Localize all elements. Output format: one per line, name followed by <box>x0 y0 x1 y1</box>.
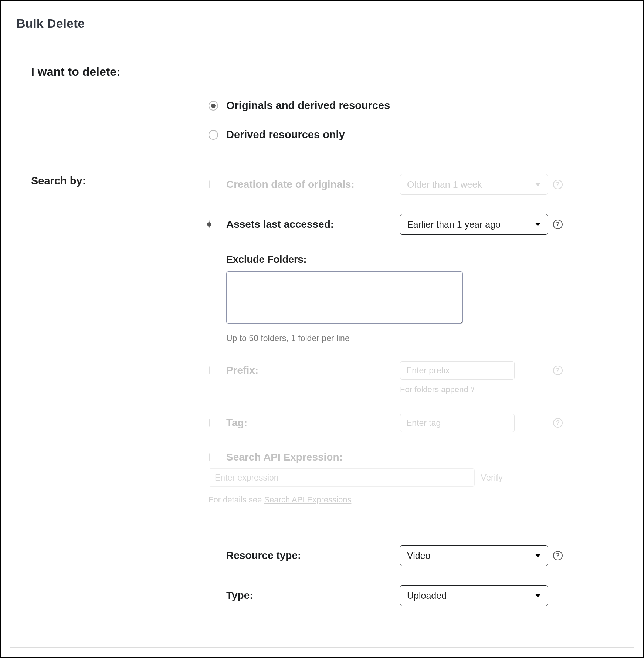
exclude-folders-block: Exclude Folders: Up to 50 folders, 1 fol… <box>209 254 613 343</box>
exclude-folders-label: Exclude Folders: <box>226 254 613 265</box>
exclude-folders-textarea[interactable] <box>226 271 463 324</box>
select-value: Older than 1 week <box>407 179 482 190</box>
search-option-creation-date[interactable]: Creation date of originals: Older than 1… <box>209 174 613 195</box>
radio-icon <box>209 130 218 140</box>
radio-label: Assets last accessed: <box>226 218 334 230</box>
radio-icon <box>209 180 210 188</box>
radio-label: Tag: <box>226 417 247 428</box>
search-by-label: Search by: <box>31 175 86 187</box>
expression-input-row: Verify <box>209 468 613 487</box>
type-row: Type: Uploaded <box>209 585 613 606</box>
dialog-footer: Next <box>1 648 643 658</box>
radio-icon <box>209 453 210 461</box>
select-value: Uploaded <box>407 590 447 601</box>
prefix-input[interactable] <box>400 361 515 380</box>
select-value: Earlier than 1 year ago <box>407 219 501 230</box>
radio-label: Derived resources only <box>226 129 345 141</box>
delete-option-originals-derived[interactable]: Originals and derived resources <box>209 99 613 112</box>
prefix-hint: For folders append '/' <box>400 385 613 394</box>
radio-icon <box>209 366 210 374</box>
delete-heading: I want to delete: <box>31 65 613 79</box>
resource-type-row: Resource type: Video ? <box>209 545 613 566</box>
radio-label: Creation date of originals: <box>226 179 355 190</box>
search-option-prefix[interactable]: Prefix: ? <box>209 361 613 380</box>
dialog-title: Bulk Delete <box>16 16 628 31</box>
chevron-down-icon <box>535 223 541 226</box>
delete-option-derived-only[interactable]: Derived resources only <box>209 129 613 141</box>
help-icon[interactable]: ? <box>553 180 563 189</box>
help-icon[interactable]: ? <box>553 220 563 229</box>
tag-input[interactable] <box>400 414 515 432</box>
resource-type-label: Resource type: <box>226 550 301 561</box>
help-icon[interactable]: ? <box>553 418 563 428</box>
expression-details: For details see Search API Expressions <box>209 495 613 505</box>
type-select[interactable]: Uploaded <box>400 585 548 606</box>
verify-link[interactable]: Verify <box>481 472 503 483</box>
chevron-down-icon <box>535 554 541 557</box>
type-label: Type: <box>226 590 253 601</box>
select-value: Video <box>407 550 431 561</box>
assets-last-accessed-select[interactable]: Earlier than 1 year ago <box>400 214 548 235</box>
search-option-assets-last-accessed[interactable]: Assets last accessed: Earlier than 1 yea… <box>209 214 613 235</box>
dialog-content: I want to delete: Originals and derived … <box>1 44 643 625</box>
resource-type-select[interactable]: Video <box>400 545 548 566</box>
radio-label: Originals and derived resources <box>226 99 390 112</box>
exclude-folders-hint: Up to 50 folders, 1 folder per line <box>226 333 613 343</box>
expression-input[interactable] <box>209 468 475 487</box>
radio-label: Prefix: <box>226 364 258 376</box>
radio-icon <box>209 220 210 228</box>
chevron-down-icon <box>535 183 541 186</box>
help-icon[interactable]: ? <box>553 366 563 375</box>
search-option-tag[interactable]: Tag: ? <box>209 414 613 432</box>
help-icon[interactable]: ? <box>553 551 563 560</box>
search-api-expressions-link[interactable]: Search API Expressions <box>264 495 351 504</box>
titlebar: Bulk Delete <box>1 1 643 44</box>
chevron-down-icon <box>535 594 541 597</box>
radio-label: Search API Expression: <box>226 451 343 463</box>
creation-date-select[interactable]: Older than 1 week <box>400 174 548 195</box>
search-option-expression[interactable]: Search API Expression: <box>209 451 613 463</box>
radio-icon <box>209 101 218 111</box>
radio-icon <box>209 419 210 427</box>
bulk-delete-dialog: Bulk Delete I want to delete: Originals … <box>0 0 644 658</box>
